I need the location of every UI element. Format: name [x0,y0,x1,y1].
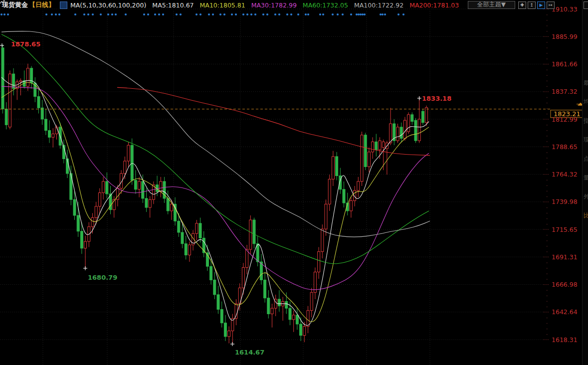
candle-body [48,131,51,138]
axis-minor-tick [547,323,547,324]
event-dot[interactable] [107,13,109,15]
event-dot[interactable] [51,13,53,15]
event-dot[interactable] [364,13,366,15]
event-dot[interactable] [55,13,57,15]
axis-minor-tick [547,14,547,15]
annotation-price-label: 1833.18 [422,95,451,102]
axis-minor-tick [547,86,547,87]
candle-body [84,241,87,248]
candle-body [253,220,255,244]
candle-body [73,199,76,215]
candle [414,118,417,143]
event-dot[interactable] [397,13,399,15]
collapsed-side-panel[interactable]: 最均指现点量外比 [582,0,588,365]
axis-tick-dash [544,312,545,312]
event-dot[interactable] [0,13,2,15]
ma-value-5: MA100:1722.92 [354,1,403,9]
event-dot[interactable] [319,13,321,15]
event-dot[interactable] [307,13,309,15]
event-dot[interactable] [305,13,307,15]
event-dot[interactable] [382,13,384,15]
event-dot[interactable] [242,13,244,15]
pan-right-icon[interactable]: ↦ [547,1,555,9]
axis-scale-icon[interactable]: ↥ [528,1,536,9]
candle-body [278,299,280,306]
event-dot[interactable] [219,13,221,15]
auto-scroll-icon[interactable]: ▶ [537,1,545,9]
candle-body [102,182,105,193]
event-dot[interactable] [196,13,197,15]
candle-body [213,280,216,295]
event-dot[interactable] [402,13,404,15]
event-dot[interactable] [262,13,264,15]
event-dot[interactable] [362,13,364,15]
event-dot[interactable] [158,13,160,15]
event-dot[interactable] [297,13,299,15]
axis-minor-tick [547,224,547,224]
candle-body [372,142,374,152]
candle-body [196,223,198,233]
event-dot[interactable] [115,13,117,15]
event-dot[interactable] [360,13,362,15]
event-dot[interactable] [250,13,252,15]
event-dot[interactable] [274,13,276,15]
clipped-toolbar-icon[interactable] [584,1,588,9]
event-dot[interactable] [147,13,149,15]
event-dot[interactable] [176,13,178,15]
event-dot[interactable] [87,13,89,15]
axis-tick-dash [548,340,549,340]
event-dot[interactable] [350,13,352,15]
event-dot[interactable] [266,13,268,15]
event-dot[interactable] [143,13,145,15]
event-dot[interactable] [231,13,233,15]
candle-body [160,182,162,191]
price-chart[interactable]: 1823.211910.331885.991861.661837.321812.… [0,0,588,365]
event-dot[interactable] [162,13,164,15]
theme-dropdown-button[interactable]: 全部主题▼ [468,1,515,9]
candle-body [131,145,133,180]
event-dot[interactable] [254,13,256,15]
event-dot[interactable] [92,13,94,15]
event-dot[interactable] [342,13,344,15]
event-dot[interactable] [3,13,5,15]
event-dot[interactable] [358,13,360,15]
event-dot[interactable] [212,13,214,15]
axis-minor-tick [547,185,547,186]
candle-body [267,298,270,314]
axis-minor-tick [547,42,547,42]
event-dot[interactable] [384,13,386,15]
event-dot[interactable] [337,13,339,15]
candle-body [390,124,392,143]
axis-tick-dash [546,174,547,175]
event-dot[interactable] [100,13,102,15]
candlestick-chart-icon[interactable] [60,1,67,9]
axis-minor-tick [547,207,547,208]
event-dot[interactable] [322,13,324,15]
event-dot[interactable] [180,13,182,15]
y-axis-tick-label: 1861.66 [552,60,578,68]
event-dot[interactable] [58,13,60,15]
event-dot[interactable] [83,13,85,15]
event-dot[interactable] [208,13,210,15]
candle-body [396,127,399,141]
event-dot[interactable] [286,13,288,15]
event-dot[interactable] [332,13,334,15]
event-dot[interactable] [111,13,113,15]
event-dot[interactable] [45,13,47,15]
event-dot[interactable] [235,13,237,15]
event-dot[interactable] [380,13,382,15]
event-dot[interactable] [223,13,225,15]
event-dot[interactable] [74,13,76,15]
event-dot[interactable] [125,13,127,15]
event-dot[interactable] [278,13,280,15]
axis-tick-dash [548,174,549,175]
event-dot[interactable] [246,13,248,15]
candle-body [364,135,367,167]
event-dot[interactable] [7,13,9,15]
event-dot[interactable] [290,13,292,15]
candle-body [336,157,338,176]
event-dot[interactable] [154,13,156,15]
event-dot[interactable] [356,13,358,15]
event-dot[interactable] [199,13,201,15]
move-tool-icon[interactable]: ✚ [518,1,526,9]
